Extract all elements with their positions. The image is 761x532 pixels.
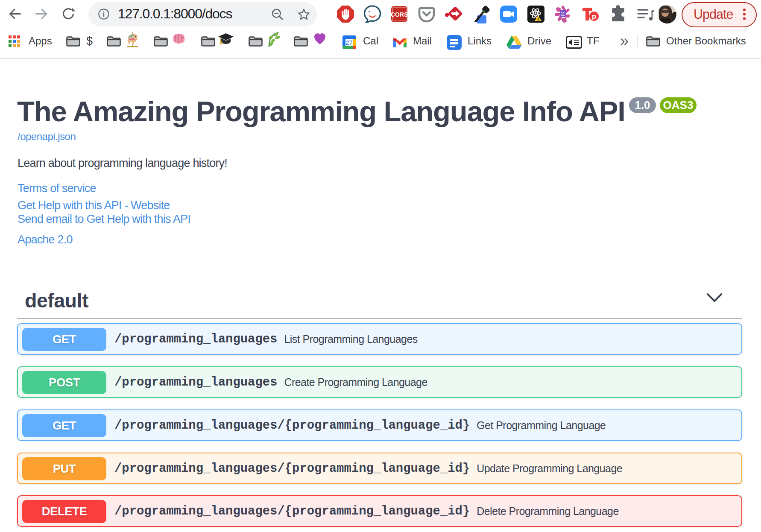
svg-text:CORS: CORS: [391, 11, 408, 18]
svg-text:27: 27: [345, 39, 353, 46]
svg-text:p: p: [592, 12, 596, 20]
